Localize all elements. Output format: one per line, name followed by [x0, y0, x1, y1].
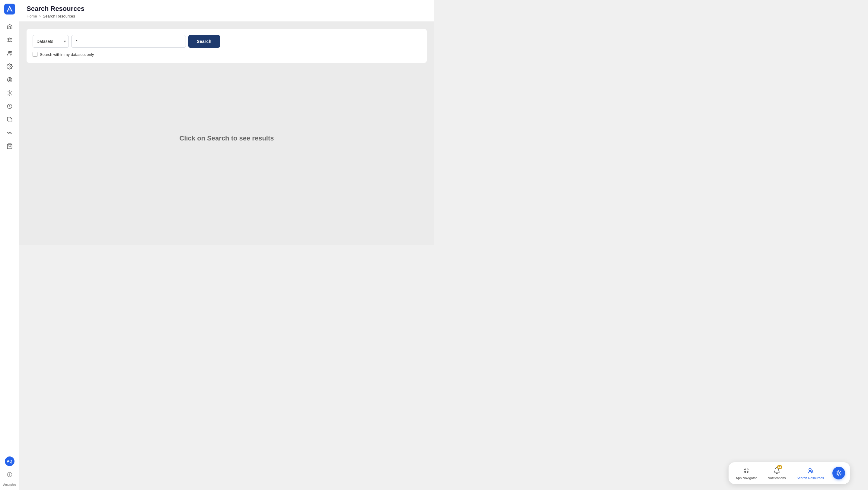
svg-point-12: [9, 66, 10, 67]
content-area: Datasets Models Notebooks Pipelines ▾ Se…: [19, 22, 434, 245]
main-content: Search Resources Home > Search Resources…: [19, 0, 434, 245]
checkbox-row: Search within my datasets only: [33, 52, 421, 57]
search-row: Datasets Models Notebooks Pipelines ▾ Se…: [33, 35, 421, 48]
page-header: Search Resources Home > Search Resources: [19, 0, 434, 22]
my-datasets-checkbox-label[interactable]: Search within my datasets only: [33, 52, 94, 57]
breadcrumb-home[interactable]: Home: [27, 14, 37, 19]
bag-icon[interactable]: [4, 140, 16, 152]
puzzle-icon[interactable]: [4, 114, 16, 126]
breadcrumb-separator: >: [39, 14, 41, 19]
sidebar: AQ Amorphic: [0, 0, 19, 245]
search-type-select[interactable]: Datasets Models Notebooks Pipelines: [33, 35, 69, 48]
svg-point-15: [9, 92, 10, 94]
svg-rect-0: [4, 4, 15, 15]
search-panel: Datasets Models Notebooks Pipelines ▾ Se…: [27, 29, 427, 63]
search-button[interactable]: Search: [188, 35, 220, 48]
gear-icon[interactable]: [4, 60, 16, 73]
breadcrumb-current: Search Resources: [43, 14, 75, 19]
empty-state: Click on Search to see results: [27, 63, 427, 214]
group-icon[interactable]: [4, 47, 16, 59]
svg-point-14: [9, 78, 10, 80]
svg-point-10: [8, 51, 10, 53]
my-datasets-checkbox[interactable]: [33, 52, 37, 57]
search-type-wrapper: Datasets Models Notebooks Pipelines ▾: [33, 35, 69, 48]
search-input[interactable]: [71, 35, 186, 48]
empty-state-message: Click on Search to see results: [179, 135, 274, 142]
app-logo[interactable]: [4, 4, 15, 15]
home-icon[interactable]: [4, 21, 16, 33]
tune-icon[interactable]: [4, 34, 16, 46]
checkbox-label-text: Search within my datasets only: [40, 52, 94, 57]
wave-icon[interactable]: [4, 127, 16, 139]
page-title: Search Resources: [27, 5, 427, 13]
svg-point-11: [10, 51, 11, 53]
user-circle-icon[interactable]: [4, 74, 16, 86]
sidebar-nav: [4, 21, 16, 245]
clock-icon[interactable]: [4, 100, 16, 112]
connections-icon[interactable]: [4, 87, 16, 99]
breadcrumb: Home > Search Resources: [27, 14, 427, 19]
